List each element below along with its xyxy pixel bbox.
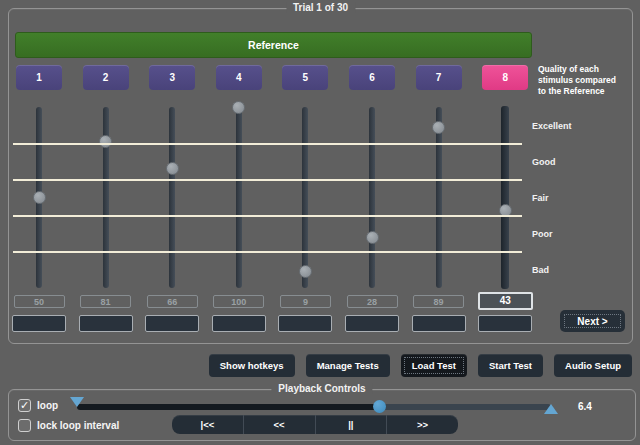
stimulus-button-4[interactable]: 4 xyxy=(216,65,262,90)
scale-label-poor: Poor xyxy=(532,229,627,239)
scale-label-fair: Fair xyxy=(532,193,627,203)
comment-input-5[interactable] xyxy=(278,315,332,332)
transport-controls: |<<<<||>> xyxy=(172,415,458,434)
next-button[interactable]: Next > xyxy=(560,310,625,332)
pause-button[interactable]: || xyxy=(315,415,387,434)
slider-handle-7[interactable] xyxy=(432,121,445,134)
value-display-2[interactable]: 81 xyxy=(80,295,131,308)
value-display-8[interactable]: 43 xyxy=(478,292,533,310)
slider-handle-5[interactable] xyxy=(299,265,312,278)
stimulus-button-1[interactable]: 1 xyxy=(16,65,62,90)
show-hotkeys-button[interactable]: Show hotkeys xyxy=(209,354,295,377)
comment-input-1[interactable] xyxy=(12,315,66,332)
comment-input-8[interactable] xyxy=(478,315,532,332)
loop-end-marker[interactable] xyxy=(544,404,558,414)
comment-input-3[interactable] xyxy=(145,315,199,332)
slider-track-7[interactable] xyxy=(436,107,442,288)
value-display-4[interactable]: 100 xyxy=(213,295,264,308)
comment-input-7[interactable] xyxy=(412,315,466,332)
comment-input-4[interactable] xyxy=(212,315,266,332)
scale-gridline xyxy=(13,143,522,145)
scale-gridline xyxy=(13,251,522,253)
slider-track-3[interactable] xyxy=(169,107,175,288)
loop-checkbox[interactable]: ✓ xyxy=(18,399,31,412)
value-display-3[interactable]: 66 xyxy=(147,295,198,308)
trial-title: Trial 1 of 30 xyxy=(286,2,355,13)
playhead-handle[interactable] xyxy=(373,400,386,413)
value-display-6[interactable]: 28 xyxy=(347,295,398,308)
scale-label-excellent: Excellent xyxy=(532,121,627,131)
load-test-button[interactable]: Load Test xyxy=(401,354,467,377)
playback-title: Playback Controls xyxy=(271,383,372,394)
loop-start-marker[interactable] xyxy=(70,397,84,407)
audio-setup-button[interactable]: Audio Setup xyxy=(554,354,632,377)
slider-track-5[interactable] xyxy=(302,107,308,288)
comment-input-6[interactable] xyxy=(345,315,399,332)
slider-track-8[interactable] xyxy=(501,106,509,289)
stimulus-button-8[interactable]: 8 xyxy=(482,65,528,90)
stimulus-button-2[interactable]: 2 xyxy=(83,65,129,90)
scale-label-good: Good xyxy=(532,157,627,167)
playback-position-value: 6.4 xyxy=(578,401,592,412)
value-display-7[interactable]: 89 xyxy=(413,295,464,308)
lock-loop-interval-checkbox[interactable] xyxy=(18,419,31,432)
reference-button[interactable]: Reference xyxy=(15,32,532,58)
stimulus-button-5[interactable]: 5 xyxy=(282,65,328,90)
value-display-1[interactable]: 50 xyxy=(14,295,65,308)
slider-track-2[interactable] xyxy=(103,107,109,288)
scale-gridline xyxy=(13,215,522,217)
quality-note: Quality of each stimulus compared to the… xyxy=(538,64,624,97)
toolbar: Show hotkeysManage TestsLoad TestStart T… xyxy=(209,354,632,377)
slider-handle-6[interactable] xyxy=(366,231,379,244)
forward-button[interactable]: >> xyxy=(386,415,458,434)
comment-input-2[interactable] xyxy=(79,315,133,332)
manage-tests-button[interactable]: Manage Tests xyxy=(306,354,390,377)
slider-handle-1[interactable] xyxy=(33,191,46,204)
scale-gridline xyxy=(13,179,522,181)
rewind-button[interactable]: << xyxy=(243,415,315,434)
start-test-button[interactable]: Start Test xyxy=(478,354,543,377)
stimulus-button-7[interactable]: 7 xyxy=(416,65,462,90)
playback-slider-track-played[interactable] xyxy=(77,404,380,410)
scale-label-bad: Bad xyxy=(532,265,627,275)
stimulus-button-3[interactable]: 3 xyxy=(149,65,195,90)
stimulus-button-6[interactable]: 6 xyxy=(349,65,395,90)
slider-handle-3[interactable] xyxy=(166,162,179,175)
slider-track-6[interactable] xyxy=(369,107,375,288)
skip-to-start-button[interactable]: |<< xyxy=(172,415,243,434)
playback-slider-track-remaining[interactable] xyxy=(380,404,551,410)
trial-panel: Trial 1 of 30 xyxy=(8,8,633,344)
slider-track-4[interactable] xyxy=(236,107,242,288)
loop-label: loop xyxy=(37,400,58,411)
lock-loop-interval-label: lock loop interval xyxy=(37,420,119,431)
value-display-5[interactable]: 9 xyxy=(280,295,331,308)
